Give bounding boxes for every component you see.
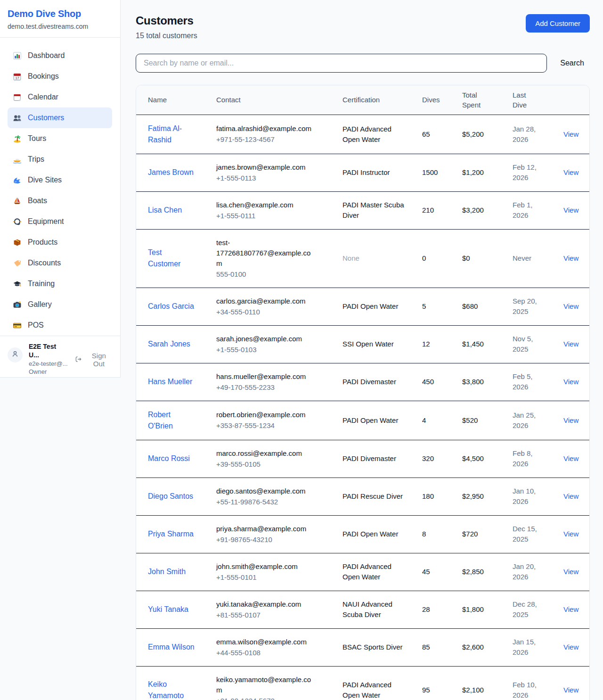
customer-total-spent: $3,200: [462, 191, 513, 229]
sidebar-item-boats[interactable]: Boats: [8, 190, 112, 211]
customer-phone: +1-555-0111: [216, 211, 342, 221]
customer-name-link[interactable]: Yuki Tanaka: [148, 604, 188, 615]
customer-contact-cell: carlos.garcia@example.com +34-555-0110: [216, 288, 342, 325]
customer-contact-cell: priya.sharma@example.com +91-98765-43210: [216, 515, 342, 553]
sidebar-item-equipment[interactable]: Equipment: [8, 211, 112, 232]
add-customer-button[interactable]: Add Customer: [526, 14, 590, 33]
customer-certification: PADI Open Water: [342, 415, 398, 426]
view-customer-link[interactable]: View: [563, 605, 579, 613]
sidebar-item-bookings[interactable]: 17 Bookings: [8, 66, 112, 87]
customer-total-spent: $2,600: [462, 628, 513, 666]
customer-email: test-1772681807767@example.com: [216, 238, 342, 269]
customer-name-link[interactable]: Fatima Al-Rashid: [148, 123, 195, 146]
customer-phone: +55-11-99876-5432: [216, 497, 342, 507]
search-input[interactable]: [136, 54, 547, 73]
customer-phone: +91-98765-43210: [216, 535, 342, 545]
sidebar-item-label: Gallery: [28, 300, 52, 309]
view-customer-link[interactable]: View: [563, 206, 579, 214]
boats-icon: [13, 197, 22, 206]
sidebar-item-label: Boats: [28, 197, 47, 205]
customer-name-link[interactable]: James Brown: [148, 167, 194, 178]
customer-contact-cell: keiko.yamamoto@example.com +81-90-1234-5…: [216, 666, 342, 700]
sidebar-item-pos[interactable]: POS: [8, 315, 112, 336]
customer-name-link[interactable]: Carlos Garcia: [148, 301, 194, 312]
view-customer-link[interactable]: View: [563, 378, 579, 386]
view-customer-link[interactable]: View: [563, 340, 579, 348]
customer-row: Carlos Garcia carlos.garcia@example.com …: [136, 288, 589, 325]
customer-dives: 85: [422, 628, 462, 666]
customer-last-dive: Dec 28, 2025: [513, 599, 543, 620]
sidebar-item-calendar[interactable]: Calendar: [8, 87, 112, 107]
search-row: Search: [136, 54, 590, 73]
view-customer-link[interactable]: View: [563, 686, 579, 694]
view-customer-link[interactable]: View: [563, 254, 579, 262]
customer-total-spent: $1,450: [462, 325, 513, 363]
sidebar-item-products[interactable]: Products: [8, 232, 112, 253]
view-customer-link[interactable]: View: [563, 416, 579, 424]
column-header-contact: Contact: [216, 85, 342, 115]
customer-name-link[interactable]: Keiko Yamamoto: [148, 679, 195, 700]
view-customer-link[interactable]: View: [563, 454, 579, 462]
customer-row: Priya Sharma priya.sharma@example.com +9…: [136, 515, 589, 553]
sidebar-item-dive-sites[interactable]: Dive Sites: [8, 170, 112, 190]
customer-certification: PADI Advanced Open Water: [342, 561, 405, 582]
customer-dives: 95: [422, 666, 462, 700]
sidebar-item-gallery[interactable]: Gallery: [8, 294, 112, 315]
view-customer-link[interactable]: View: [563, 492, 579, 500]
sidebar-item-tours[interactable]: Tours: [8, 128, 112, 149]
user-name: E2E Test U...: [29, 342, 68, 359]
customer-dives: 5: [422, 288, 462, 325]
customer-phone: +1-555-0103: [216, 345, 342, 355]
table-body: Fatima Al-Rashid fatima.alrashid@example…: [136, 115, 589, 700]
view-customer-link[interactable]: View: [563, 568, 579, 576]
customer-contact-cell: robert.obrien@example.com +353-87-555-12…: [216, 401, 342, 440]
view-customer-link[interactable]: View: [563, 530, 579, 538]
customer-contact-cell: fatima.alrashid@example.com +971-55-123-…: [216, 115, 342, 154]
customer-total-spent: $3,800: [462, 363, 513, 401]
customer-name-link[interactable]: Sarah Jones: [148, 338, 190, 350]
customer-name-link[interactable]: Test Customer: [148, 247, 195, 270]
customer-certification: PADI Divemaster: [342, 377, 396, 387]
customer-name-link[interactable]: Priya Sharma: [148, 528, 194, 540]
view-customer-link[interactable]: View: [563, 168, 579, 176]
view-customer-link[interactable]: View: [563, 643, 579, 651]
customer-certification: PADI Rescue Diver: [342, 491, 403, 502]
customer-name-link[interactable]: Diego Santos: [148, 491, 193, 502]
customer-name-link[interactable]: Lisa Chen: [148, 205, 182, 216]
customer-phone: +971-55-123-4567: [216, 134, 342, 145]
table-header: Name Contact Certification Dives Total S…: [136, 85, 589, 115]
customer-name-link[interactable]: Hans Mueller: [148, 376, 192, 387]
view-customer-link[interactable]: View: [563, 130, 579, 138]
customer-email: john.smith@example.com: [216, 561, 342, 572]
customer-email: carlos.garcia@example.com: [216, 296, 342, 306]
customer-phone: +39-555-0105: [216, 459, 342, 469]
training-icon: [13, 280, 22, 288]
customer-total-spent: $5,200: [462, 115, 513, 154]
customers-icon: [13, 114, 22, 123]
sidebar-item-dashboard[interactable]: Dashboard: [8, 45, 112, 66]
customer-total-spent: $2,950: [462, 478, 513, 515]
customer-name-link[interactable]: John Smith: [148, 566, 186, 577]
user-icon: [11, 350, 19, 360]
search-button[interactable]: Search: [554, 55, 590, 71]
customer-name-link[interactable]: Emma Wilson: [148, 642, 195, 653]
customer-contact-cell: john.smith@example.com +1-555-0101: [216, 553, 342, 591]
view-customer-link[interactable]: View: [563, 302, 579, 310]
customer-certification: PADI Advanced Open Water: [342, 680, 405, 700]
sidebar-item-customers[interactable]: Customers: [8, 107, 112, 128]
products-icon: [13, 238, 22, 247]
sidebar-item-label: Discounts: [28, 259, 61, 267]
sidebar-item-trips[interactable]: Trips: [8, 149, 112, 170]
customer-email: robert.obrien@example.com: [216, 410, 342, 420]
customer-row: Hans Mueller hans.mueller@example.com +4…: [136, 363, 589, 401]
customer-phone: +1-555-0113: [216, 173, 342, 183]
customer-dives: 4: [422, 401, 462, 440]
column-header-last-dive: Last Dive: [513, 85, 563, 115]
customer-name-link[interactable]: Marco Rossi: [148, 453, 190, 464]
customer-name-link[interactable]: Robert O'Brien: [148, 409, 195, 432]
sidebar-item-training[interactable]: Training: [8, 273, 112, 294]
sign-out-button[interactable]: Sign Out: [74, 352, 113, 368]
customer-email: marco.rossi@example.com: [216, 448, 342, 459]
sidebar-item-discounts[interactable]: Discounts: [8, 253, 112, 273]
customer-dives: 180: [422, 478, 462, 515]
